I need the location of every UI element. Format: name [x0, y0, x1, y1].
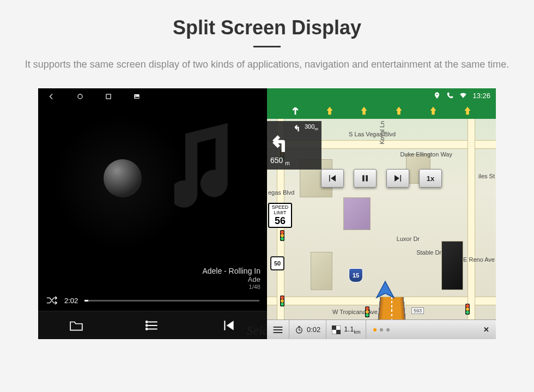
clock: 13:26 [472, 92, 490, 100]
playback-controls: 1x [321, 169, 442, 188]
street-label: E Reno Ave [463, 256, 495, 263]
navigation-panel: S Las Vegas Blvd Duke Ellington Way E Re… [267, 88, 496, 339]
track-count: 1/48 [38, 284, 260, 290]
address-badge: 593 [411, 307, 424, 314]
home-icon[interactable] [76, 93, 84, 100]
previous-button[interactable] [221, 319, 236, 332]
svg-point-5 [146, 324, 148, 326]
menu-button[interactable] [267, 320, 289, 339]
sim-pause-button[interactable] [354, 169, 377, 188]
status-bar: 13:26 [267, 88, 496, 102]
page-indicator[interactable] [373, 328, 390, 331]
svg-point-4 [146, 321, 148, 323]
track-title: Adele - Rolling In [38, 267, 260, 275]
device-screen: Adele - Rolling In Ade 1/48 2:02 [38, 88, 496, 339]
speed-limit-sign: SPEED LIMIT 56 [268, 203, 292, 228]
android-nav-bar [38, 88, 267, 105]
svg-point-3 [135, 95, 136, 97]
close-button[interactable]: ✕ [476, 320, 496, 339]
nav-bottom-bar: 0:02 1.1km ✕ [267, 319, 496, 339]
progress-row: 2:02 [38, 292, 267, 311]
progress-bar[interactable] [84, 300, 259, 301]
picture-icon[interactable] [133, 93, 141, 100]
music-note-icon [174, 116, 251, 214]
street-label: Stable Dr [416, 249, 441, 256]
phone-icon [446, 92, 454, 99]
interstate-shield: 15 [349, 268, 363, 282]
title-underline [253, 46, 281, 47]
lane-guidance [267, 102, 496, 119]
vehicle-cursor [374, 280, 396, 300]
street-label: Duke Ellington Way [400, 151, 452, 158]
track-artist: Ade [38, 275, 260, 284]
wifi-icon [459, 92, 467, 99]
album-art-area [38, 105, 267, 267]
music-panel: Adele - Rolling In Ade 1/48 2:02 [38, 88, 267, 339]
street-label: W Tropicana Ave [332, 309, 378, 315]
street-label: iles St [478, 173, 495, 179]
track-info: Adele - Rolling In Ade 1/48 [38, 267, 267, 292]
elapsed-time: 2:02 [64, 297, 78, 305]
recents-icon[interactable] [105, 93, 112, 100]
svg-point-0 [78, 94, 82, 99]
music-bottom-bar [38, 311, 267, 339]
svg-rect-7 [362, 175, 365, 181]
playlist-button[interactable] [145, 319, 160, 332]
street-label: egas Blvd [268, 189, 294, 196]
sim-next-button[interactable] [386, 169, 409, 188]
eta-time: 0:02 [289, 320, 326, 339]
sim-speed-button[interactable]: 1x [419, 169, 442, 188]
turn-instruction: 300m 650 m [267, 121, 321, 170]
shuffle-icon[interactable] [46, 295, 58, 305]
sim-prev-button[interactable] [321, 169, 344, 188]
page-subtitle: It supports the same screen display of t… [0, 57, 534, 88]
control-knob[interactable] [104, 159, 142, 197]
svg-rect-1 [106, 94, 111, 99]
folder-button[interactable] [69, 319, 84, 332]
svg-point-6 [146, 328, 148, 330]
back-icon[interactable] [48, 93, 56, 100]
svg-rect-8 [366, 175, 368, 181]
route-shield: 50 [270, 256, 284, 270]
street-label-koval: Koval Ln [379, 121, 385, 144]
location-icon [433, 92, 441, 99]
street-label: S Las Vegas Blvd [349, 131, 396, 137]
street-label: Luxor Dr [397, 236, 420, 242]
remaining-distance: 1.1km [326, 320, 366, 339]
page-title: Split Screen Display [0, 0, 534, 39]
